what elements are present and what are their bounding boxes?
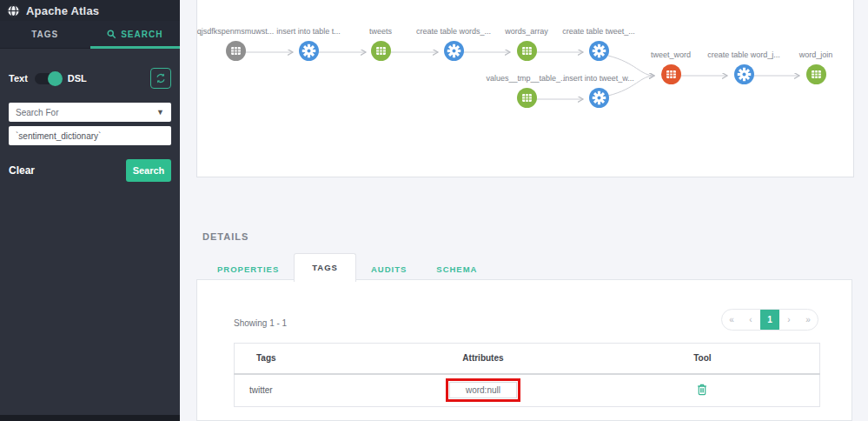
table-icon	[371, 41, 391, 61]
process-gear-icon	[589, 41, 609, 61]
tab-properties[interactable]: PROPERTIES	[202, 257, 294, 282]
search-mode-row: Text DSL	[9, 68, 171, 89]
pagination-next[interactable]: ›	[779, 309, 798, 331]
sidebar: Apache Atlas TAGS SEARCH Text DSL	[0, 0, 180, 421]
pagination-last[interactable]: »	[798, 309, 818, 331]
tag-attributes-cell: word:null	[381, 374, 586, 407]
showing-count: Showing 1 - 1	[234, 318, 287, 328]
delete-tag-button[interactable]	[697, 384, 707, 396]
sidebar-tab-tags[interactable]: TAGS	[0, 21, 90, 48]
sidebar-tab-search[interactable]: SEARCH	[90, 21, 181, 48]
search-for-selected: Search For	[16, 108, 58, 117]
trash-icon	[697, 384, 707, 396]
sidebar-tab-tags-label: TAGS	[31, 30, 58, 39]
toggle-right-label: DSL	[68, 73, 87, 84]
app-header: Apache Atlas	[0, 0, 180, 21]
active-tab-underline	[90, 46, 181, 49]
table-icon	[517, 41, 537, 61]
table-icon	[661, 64, 681, 84]
tab-schema[interactable]: SCHEMA	[421, 257, 492, 282]
header-attributes: Attributes	[381, 344, 586, 374]
header-tool: Tool	[586, 344, 820, 374]
tab-tags[interactable]: TAGS	[294, 253, 356, 282]
search-icon	[107, 30, 116, 39]
sidebar-tab-search-label: SEARCH	[121, 30, 162, 39]
header-tags: Tags	[235, 344, 381, 374]
process-gear-icon	[299, 41, 319, 61]
refresh-button[interactable]	[150, 68, 171, 89]
details-tabs: PROPERTIES TAGS AUDITS SCHEMA	[202, 253, 492, 282]
search-button[interactable]: Search	[126, 159, 171, 182]
table-header-row: Tags Attributes Tool	[235, 344, 820, 374]
search-for-select[interactable]: Search For ▼	[9, 103, 171, 122]
toggle-left-label: Text	[9, 73, 28, 84]
lineage-node-label: word_join	[759, 50, 868, 60]
tab-audits[interactable]: AUDITS	[356, 257, 421, 282]
process-gear-icon	[734, 64, 754, 84]
atlas-logo-icon	[7, 4, 20, 17]
query-input[interactable]	[9, 126, 171, 145]
pagination-prev[interactable]: ‹	[741, 309, 760, 331]
lineage-node-word-join[interactable]: word_join	[759, 50, 868, 88]
attribute-chip[interactable]: word:null	[449, 382, 517, 398]
refresh-icon	[156, 73, 166, 84]
process-gear-icon	[589, 88, 609, 108]
dropdown-caret-icon: ▼	[156, 108, 164, 117]
pagination-first[interactable]: «	[722, 309, 741, 331]
red-highlight-annotation: word:null	[446, 378, 520, 402]
tag-tool-cell	[586, 374, 820, 407]
tags-table: Tags Attributes Tool twitter word:null	[234, 343, 820, 407]
toggle-knob	[48, 71, 63, 86]
details-title: DETAILS	[202, 231, 248, 242]
clear-link[interactable]: Clear	[9, 164, 35, 177]
search-form: Text DSL Search For ▼ Clear Search	[0, 49, 180, 182]
lineage-graph-panel: qjsdfkspenmsmuwst... insert into table t…	[196, 0, 854, 177]
process-gear-icon	[444, 41, 464, 61]
sidebar-footer	[0, 415, 180, 421]
details-panel: Showing 1 - 1 « ‹ 1 › » Tags Attributes …	[196, 279, 852, 421]
table-icon	[226, 41, 246, 61]
table-icon	[806, 64, 826, 84]
pagination-page-1[interactable]: 1	[760, 309, 779, 331]
pagination: « ‹ 1 › »	[721, 309, 818, 331]
app-title: Apache Atlas	[26, 4, 99, 17]
lineage-node-label: create table tweet_...	[542, 26, 655, 37]
table-row: twitter word:null	[235, 374, 820, 407]
tag-name-cell[interactable]: twitter	[235, 374, 381, 407]
sidebar-tabs: TAGS SEARCH	[0, 21, 180, 49]
text-dsl-toggle[interactable]	[35, 73, 61, 84]
search-actions: Clear Search	[9, 159, 171, 182]
table-icon	[517, 88, 537, 108]
